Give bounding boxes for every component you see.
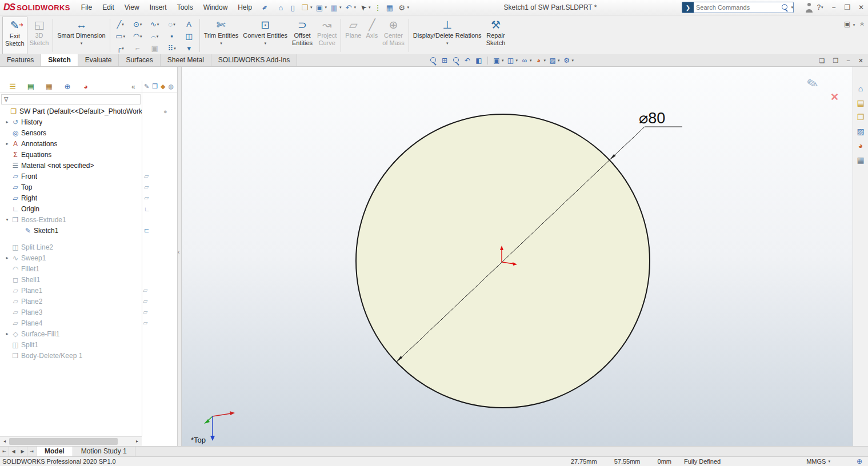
tree-item[interactable]: ▸ ∿ Sweep1 <box>0 252 177 263</box>
dropdown-caret-icon[interactable]: ▾ <box>544 58 546 63</box>
rectangle-icon[interactable]: ▭ ▾ <box>112 30 129 42</box>
dropdown-caret-icon[interactable]: ▾ <box>174 46 176 51</box>
command-tab[interactable]: Sheet Metal <box>161 54 211 66</box>
rebuild-icon[interactable]: ⋮ ▾ <box>372 1 384 14</box>
cancel-sketch-icon[interactable]: ✕ <box>830 91 839 103</box>
repair-sketch-button[interactable]: ⚒ Repair Sketch <box>484 17 508 54</box>
dropdown-caret-icon[interactable]: ▾ <box>339 5 342 10</box>
next-tab-icon[interactable]: ▶ <box>18 447 27 456</box>
zoom-fit-icon[interactable]: ▾ <box>427 56 439 65</box>
tree-item[interactable]: ❒ Body-Delete/Keep 1 <box>0 350 177 361</box>
tree-item[interactable]: ◻ Shell1 <box>0 274 177 285</box>
scroll-right-icon[interactable]: ▸ <box>133 437 142 446</box>
circle-icon[interactable]: ⊙ ▾ <box>129 18 146 30</box>
tree-item[interactable]: ▸ A Annotations <box>0 138 177 149</box>
hide-show-items-icon[interactable]: ∞ ▾ <box>519 57 533 65</box>
view-palette-icon[interactable]: ▨ <box>857 127 864 136</box>
tree-item[interactable]: ◎ Sensors <box>0 127 177 138</box>
undo-icon[interactable]: ↶ ▾ <box>342 1 357 14</box>
tree-item[interactable]: ◠ Fillet1 <box>0 263 177 274</box>
menu-item[interactable]: View <box>119 0 145 15</box>
study-tab[interactable]: Model <box>37 447 73 456</box>
task-pane-toggle-icon[interactable]: ▣ ▾ <box>844 20 855 28</box>
restore-button[interactable]: ❐ <box>841 0 854 15</box>
tree-item[interactable]: ▱ Plane4 ▱ <box>0 318 177 328</box>
separator[interactable]: ▾ <box>487 57 488 65</box>
open-icon[interactable]: ❐ ▾ <box>299 1 314 14</box>
save-icon[interactable]: ▣ ▾ <box>313 1 328 14</box>
sketch-fillet-icon[interactable]: ╭ ▾ <box>112 42 129 54</box>
print-icon[interactable]: ▥ ▾ <box>328 1 343 14</box>
sketch-canvas[interactable]: ⌀80 <box>182 67 853 446</box>
file-explorer-icon[interactable]: ❐ <box>857 113 865 122</box>
line-icon[interactable]: ╱ ▾ <box>112 18 129 30</box>
menu-item[interactable]: Help <box>233 0 257 15</box>
dropdown-caret-icon[interactable]: ▾ <box>122 22 124 27</box>
edit-appearance-icon[interactable]: ◕ ▾ <box>533 57 547 65</box>
graphics-area[interactable]: ⌀80 *Top ✎ ✕ <box>182 67 853 446</box>
previous-view-icon[interactable]: ↶ ▾ <box>462 57 473 65</box>
units-selector[interactable]: MMGS ▾ <box>806 458 830 465</box>
command-tab[interactable]: Surfaces <box>119 54 160 66</box>
home-icon[interactable]: ⌂ <box>858 84 863 93</box>
tree-item[interactable]: ∟ Origin ∟ <box>0 203 177 214</box>
featuremanager-tab[interactable]: ☰ <box>7 82 18 91</box>
appearances-icon[interactable]: ◕ <box>858 141 863 150</box>
file-properties-icon[interactable]: ▦ ▾ <box>384 1 396 14</box>
more-tools-icon[interactable]: ▾ ▾ <box>181 42 198 54</box>
hide-show-column-icon[interactable]: ✎ <box>144 83 149 90</box>
exit-sketch-button[interactable]: ✎ ➜ Exit Sketch <box>2 17 27 54</box>
axis-button[interactable]: ╱ Axis <box>363 17 380 54</box>
options-icon[interactable]: ⚙ ▾ <box>396 1 411 14</box>
tree-item[interactable]: Σ Equations <box>0 149 177 160</box>
home-icon[interactable]: ⌂ ▾ <box>275 1 287 14</box>
zoom-area-icon[interactable]: ⊞ ▾ <box>439 57 450 65</box>
tree-item[interactable]: ✎ Sketch1 ⊏ <box>0 225 177 236</box>
globe-icon[interactable]: ⊕ <box>857 457 862 465</box>
dimension-text[interactable]: ⌀80 <box>639 110 665 127</box>
pin-menu-icon[interactable]: ✒ <box>259 2 270 13</box>
dropdown-caret-icon[interactable]: ▾ <box>325 5 327 10</box>
expander-icon[interactable]: ▸ <box>3 119 11 124</box>
command-tab[interactable]: Evaluate <box>78 54 119 66</box>
menu-item[interactable]: Tools <box>172 0 198 15</box>
dropdown-caret-icon[interactable]: ▾ <box>502 58 504 63</box>
menu-item[interactable]: Window <box>198 0 233 15</box>
appearance-column-icon[interactable]: ◆ <box>161 83 165 90</box>
search-input[interactable] <box>694 4 779 11</box>
dropdown-caret-icon[interactable]: ▾ <box>122 46 124 51</box>
dimxpertmanager-tab[interactable]: ⊕ <box>62 82 73 91</box>
tree-item[interactable]: ▾ ❒ Boss-Extrude1 <box>0 214 177 225</box>
linear-pattern-icon[interactable]: ⠿ ▾ <box>163 42 181 54</box>
display-style-icon[interactable]: ◫ ▾ <box>505 57 519 65</box>
transparency-column-icon[interactable]: ◍ <box>169 83 174 90</box>
tree-item[interactable]: ▱ Plane1 ▱ <box>0 285 177 296</box>
tree-item[interactable]: ☰ Material <not specified> <box>0 160 177 171</box>
point-icon[interactable]: ▪ ▾ <box>163 30 181 42</box>
help-button[interactable]: ?▾ <box>813 0 827 15</box>
dropdown-caret-icon[interactable]: ▾ <box>516 58 518 63</box>
propertymanager-tab[interactable]: ▤ <box>25 82 37 91</box>
search-caret-icon[interactable]: ▾ <box>791 5 793 10</box>
dropdown-caret-icon[interactable]: ▾ <box>407 5 410 10</box>
menu-item[interactable]: Insert <box>145 0 172 15</box>
tree-item[interactable]: ◫ Split Line2 <box>0 242 177 252</box>
apply-scene-icon[interactable]: ▨ ▾ <box>547 57 561 65</box>
view-settings-icon[interactable]: ⚙ ▾ <box>561 57 575 65</box>
dropdown-caret-icon[interactable]: ▾ <box>173 22 175 27</box>
spline-icon[interactable]: ∿ ▾ <box>146 18 163 30</box>
search-icon[interactable] <box>780 3 789 12</box>
dropdown-caret-icon[interactable]: ▾ <box>264 41 266 46</box>
tile-window-icon[interactable]: ❏ <box>819 57 825 65</box>
tree-item[interactable]: ▱ Front ▱ <box>0 171 177 182</box>
dropdown-caret-icon[interactable]: ▾ <box>354 5 356 10</box>
displaymanager-tab[interactable]: ◕ <box>80 82 91 91</box>
tree-item[interactable]: ▸ ◇ Surface-Fill1 <box>0 328 177 339</box>
confirm-exit-sketch-icon[interactable]: ✎ <box>805 75 821 93</box>
tree-item[interactable]: ▱ Plane3 ▱ <box>0 307 177 318</box>
sketch-chamfer-icon[interactable]: ⌐ ▾ <box>129 42 146 54</box>
configurationmanager-tab[interactable]: ▦ <box>43 82 55 91</box>
scroll-left-icon[interactable]: ◂ <box>0 437 9 446</box>
panel-splitter[interactable]: ‹ <box>177 67 182 446</box>
expander-icon[interactable]: ▾ <box>3 217 11 222</box>
